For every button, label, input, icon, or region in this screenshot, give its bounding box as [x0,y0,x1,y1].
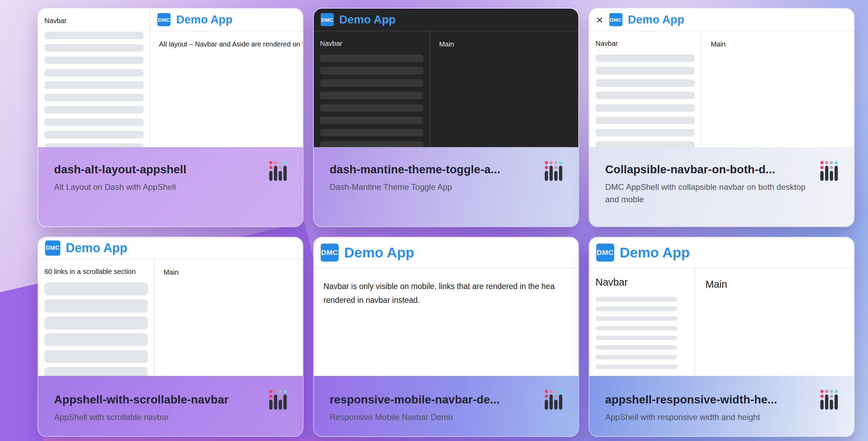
app-title: Demo App [344,245,414,261]
preview-header: DMC Demo App [314,9,578,31]
preview-navbar: Navbar [38,9,151,147]
app-preview: × DMC Demo App Navbar Main [589,9,854,147]
preview-body-text: Navbar is only visible on mobile, links … [314,268,578,307]
app-title: Demo App [620,245,690,261]
skeleton-line [44,94,144,101]
skeleton-line [596,116,695,124]
skeleton-line [320,79,423,87]
navbar-skeleton-list [596,54,695,147]
skeleton-line [596,365,677,369]
skeleton-line [320,67,423,74]
preview-navbar: 60 links in a scrollable section [38,259,155,376]
card-title: appshell-responsive-width-he... [605,393,838,406]
preview-header: DMC Demo App [151,9,303,31]
card-footer: dash-alt-layout-appshell Alt Layout on D… [38,147,303,226]
card-appshell-responsive-width-height[interactable]: DMC Demo App Navbar Main appshell-respon… [589,237,855,437]
skeleton-line [320,116,423,124]
skeleton-line [596,141,695,147]
card-responsive-mobile-navbar-demo[interactable]: DMC Demo App Navbar is only visible on m… [313,237,579,437]
skeleton-line [596,104,695,112]
app-title: Demo App [176,13,232,26]
skeleton-line [44,131,144,139]
card-footer: appshell-responsive-width-he... AppShell… [589,376,854,436]
skeleton-line [44,316,148,329]
preview-body-line: Navbar is only visible on mobile, links … [323,279,578,293]
dmc-logo: DMC [609,13,622,26]
plotly-logo-icon [268,161,288,181]
navbar-label: Navbar [320,40,423,48]
plotly-logo-icon [544,390,563,410]
skeleton-line [320,104,423,112]
preview-content: 60 links in a scrollable section Main [38,259,303,376]
app-title: Demo App [628,13,684,26]
plotly-logo-icon [819,390,839,410]
skeleton-line [44,367,148,376]
card-title: dash-alt-layout-appshell [54,163,287,176]
skeleton-line [320,141,423,147]
navbar-skeleton-list [44,32,144,147]
skeleton-line [44,350,148,363]
skeleton-line [320,92,423,99]
preview-header: × DMC Demo App [589,9,854,31]
card-dash-alt-layout-appshell[interactable]: Navbar DMC Demo App Alt layout – Navbar … [38,8,303,227]
skeleton-line [44,143,144,147]
skeleton-line [44,69,144,76]
card-title: Appshell-with-scrollable-navbar [54,393,287,406]
card-title: dash-mantine-theme-toggle-a... [330,163,562,176]
skeleton-line [596,336,677,340]
preview-main: Main [155,259,303,376]
preview-content: Navbar Main [589,268,854,376]
skeleton-line [320,54,423,62]
dmc-logo: DMC [45,240,60,256]
card-subtitle: DMC AppShell with collapsible navbar on … [605,181,812,206]
navbar-skeleton-list [596,297,688,369]
close-icon: × [596,14,603,25]
skeleton-line [596,67,695,74]
skeleton-line [596,326,677,330]
app-preview: DMC Demo App 60 links in a scrollable se… [38,237,303,376]
card-footer: responsive-mobile-navbar-de... Responsiv… [314,376,578,436]
skeleton-line [596,316,677,321]
skeleton-line [44,106,144,114]
app-title: Demo App [339,13,396,26]
background-magenta-strip [43,438,408,441]
preview-main-column: DMC Demo App Alt layout – Navbar and Asi… [151,9,303,147]
skeleton-line [596,54,695,62]
card-subtitle: Dash-Mantine Theme Toggle App [330,181,536,193]
preview-navbar: Navbar [589,31,702,147]
dmc-logo: DMC [596,244,614,261]
navbar-label: Navbar [44,17,144,25]
navbar-label: Navbar [596,277,688,288]
preview-content: Navbar Main [589,31,854,147]
skeleton-line [44,119,144,126]
card-subtitle: AppShell with responsive width and heigh… [605,411,812,423]
skeleton-line [596,355,677,359]
navbar-label: Navbar [596,40,695,48]
skeleton-line [596,92,695,99]
card-subtitle: AppShell with scrollable navbar [54,411,261,423]
card-subtitle: Alt Layout on Dash with AppShell [54,181,261,193]
plotly-logo-icon [268,390,288,410]
dmc-logo: DMC [321,244,339,261]
app-gallery-grid: Navbar DMC Demo App Alt layout – Navbar … [38,8,855,437]
app-preview: Navbar DMC Demo App Alt layout – Navbar … [38,9,303,147]
card-appshell-with-scrollable-navbar[interactable]: DMC Demo App 60 links in a scrollable se… [38,237,303,437]
card-footer: dash-mantine-theme-toggle-a... Dash-Mant… [314,147,578,226]
card-title: responsive-mobile-navbar-de... [330,393,562,406]
preview-main: Main [702,31,854,147]
preview-header: DMC Demo App [314,237,578,268]
card-footer: Collapsible-navbar-on-both-d... DMC AppS… [589,147,854,226]
app-preview: DMC Demo App Navbar is only visible on m… [314,237,578,376]
skeleton-line [320,129,423,136]
dmc-logo: DMC [321,13,334,26]
preview-body-text: Alt layout – Navbar and Aside are render… [151,31,303,48]
skeleton-line [596,307,677,311]
skeleton-line [44,32,144,39]
skeleton-line [44,299,148,312]
card-collapsible-navbar-on-both[interactable]: × DMC Demo App Navbar Main Collapsible-n… [589,8,855,227]
preview-header: DMC Demo App [38,237,303,259]
skeleton-line [596,297,677,301]
skeleton-line [44,57,144,64]
skeleton-line [596,345,677,350]
card-dash-mantine-theme-toggle[interactable]: DMC Demo App Navbar Main dash-mantine-th… [313,8,579,227]
